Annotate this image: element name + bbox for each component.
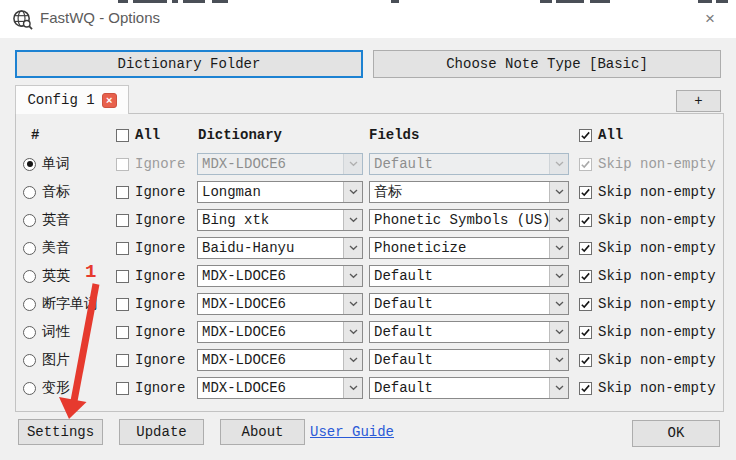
skip-non-empty-checkbox[interactable] (579, 326, 592, 339)
ignore-checkbox[interactable] (116, 298, 129, 311)
word-type-label: 图片 (42, 351, 70, 369)
field-select[interactable]: 音标 (369, 181, 569, 203)
tab-label: Config 1 (27, 92, 94, 108)
tab-config-1[interactable]: Config 1 × (15, 85, 129, 114)
skip-non-empty-label: Skip non-empty (598, 156, 716, 172)
ignore-label: Ignore (135, 324, 185, 340)
skip-non-empty-label: Skip non-empty (598, 212, 716, 228)
ignore-checkbox[interactable] (116, 270, 129, 283)
skip-non-empty-checkbox[interactable] (579, 270, 592, 283)
field-select[interactable]: Phonetic Symbols (US) (369, 209, 569, 231)
chevron-down-icon (343, 266, 362, 286)
ignore-label: Ignore (135, 240, 185, 256)
word-type-radio[interactable] (23, 382, 36, 395)
ignore-label: Ignore (135, 352, 185, 368)
tab-close-icon[interactable]: × (102, 93, 117, 108)
update-button[interactable]: Update (119, 419, 204, 445)
choose-note-type-button[interactable]: Choose Note Type [Basic] (373, 50, 721, 78)
word-type-radio[interactable] (23, 158, 36, 171)
chevron-down-icon (343, 294, 362, 314)
field-select[interactable]: Phoneticize (369, 237, 569, 259)
word-type-label: 美音 (42, 239, 70, 257)
dictionary-select[interactable]: MDX-LDOCE6 (197, 321, 363, 343)
ignore-checkbox[interactable] (116, 158, 129, 171)
chevron-down-icon (343, 182, 362, 202)
skip-non-empty-checkbox[interactable] (579, 186, 592, 199)
ok-button[interactable]: OK (632, 420, 720, 447)
column-header-fields: Fields (369, 124, 419, 146)
title-bar: FastWQ - Options × (0, 0, 736, 38)
field-select[interactable]: Default (369, 293, 569, 315)
word-type-radio[interactable] (23, 354, 36, 367)
ignore-checkbox[interactable] (116, 382, 129, 395)
dictionary-select[interactable]: MDX-LDOCE6 (197, 349, 363, 371)
skip-non-empty-label: Skip non-empty (598, 324, 716, 340)
chevron-down-icon (343, 238, 362, 258)
dictionary-select[interactable]: MDX-LDOCE6 (197, 153, 363, 175)
ignore-label: Ignore (135, 156, 185, 172)
chevron-down-icon (549, 182, 568, 202)
skip-non-empty-label: Skip non-empty (598, 240, 716, 256)
skip-non-empty-label: Skip non-empty (598, 296, 716, 312)
skip-non-empty-checkbox[interactable] (579, 214, 592, 227)
chevron-down-icon (549, 322, 568, 342)
table-row: 英英 Ignore MDX-LDOCE6 Default (16, 262, 723, 290)
chevron-down-icon (549, 378, 568, 398)
about-button[interactable]: About (220, 419, 305, 445)
skip-non-empty-checkbox[interactable] (579, 298, 592, 311)
word-type-radio[interactable] (23, 242, 36, 255)
table-row: 美音 Ignore Baidu-Hanyu Phoneticize (16, 234, 723, 262)
add-config-button[interactable]: + (676, 90, 721, 112)
dictionary-select[interactable]: MDX-LDOCE6 (197, 377, 363, 399)
word-type-radio[interactable] (23, 298, 36, 311)
config-table: # All Dictionary Fields All 单词 Ignore MD… (15, 113, 724, 412)
word-type-label: 词性 (42, 323, 70, 341)
skip-non-empty-label: Skip non-empty (598, 268, 716, 284)
annotation-number: 1 (85, 261, 96, 283)
user-guide-link[interactable]: User Guide (310, 424, 394, 440)
skip-non-empty-checkbox[interactable] (579, 242, 592, 255)
word-type-label: 英音 (42, 211, 70, 229)
field-select[interactable]: Default (369, 321, 569, 343)
dictionary-select[interactable]: Bing xtk (197, 209, 363, 231)
table-row: 英音 Ignore Bing xtk Phonetic Symbols (US) (16, 206, 723, 234)
word-type-radio[interactable] (23, 214, 36, 227)
dictionary-select[interactable]: MDX-LDOCE6 (197, 265, 363, 287)
chevron-down-icon (549, 350, 568, 370)
skip-all-checkbox[interactable] (579, 129, 592, 142)
ignore-checkbox[interactable] (116, 354, 129, 367)
ignore-all-checkbox[interactable] (116, 129, 129, 142)
column-header-skip-all: All (579, 124, 623, 146)
field-select[interactable]: Default (369, 265, 569, 287)
dictionary-folder-button[interactable]: Dictionary Folder (15, 50, 363, 78)
dictionary-select[interactable]: MDX-LDOCE6 (197, 293, 363, 315)
chevron-down-icon (343, 322, 362, 342)
chevron-down-icon (343, 210, 362, 230)
word-type-radio[interactable] (23, 326, 36, 339)
chevron-down-icon (343, 154, 362, 174)
ignore-checkbox[interactable] (116, 326, 129, 339)
word-type-label: 单词 (42, 155, 70, 173)
ignore-checkbox[interactable] (116, 242, 129, 255)
field-select[interactable]: Default (369, 153, 569, 175)
ignore-label: Ignore (135, 268, 185, 284)
dictionary-select[interactable]: Baidu-Hanyu (197, 237, 363, 259)
skip-non-empty-checkbox[interactable] (579, 382, 592, 395)
ignore-checkbox[interactable] (116, 214, 129, 227)
field-select[interactable]: Default (369, 377, 569, 399)
word-type-radio[interactable] (23, 186, 36, 199)
column-header-hash: # (31, 124, 39, 146)
skip-non-empty-label: Skip non-empty (598, 380, 716, 396)
dictionary-select[interactable]: Longman (197, 181, 363, 203)
window-close-icon[interactable]: × (698, 7, 722, 31)
ignore-all-label: All (135, 127, 160, 143)
column-header-dictionary: Dictionary (198, 124, 282, 146)
table-row: 图片 Ignore MDX-LDOCE6 Default (16, 346, 723, 374)
settings-button[interactable]: Settings (18, 419, 103, 445)
ignore-checkbox[interactable] (116, 186, 129, 199)
skip-non-empty-checkbox[interactable] (579, 354, 592, 367)
word-type-radio[interactable] (23, 270, 36, 283)
field-select[interactable]: Default (369, 349, 569, 371)
skip-non-empty-checkbox[interactable] (579, 158, 592, 171)
word-type-label: 变形 (42, 379, 70, 397)
